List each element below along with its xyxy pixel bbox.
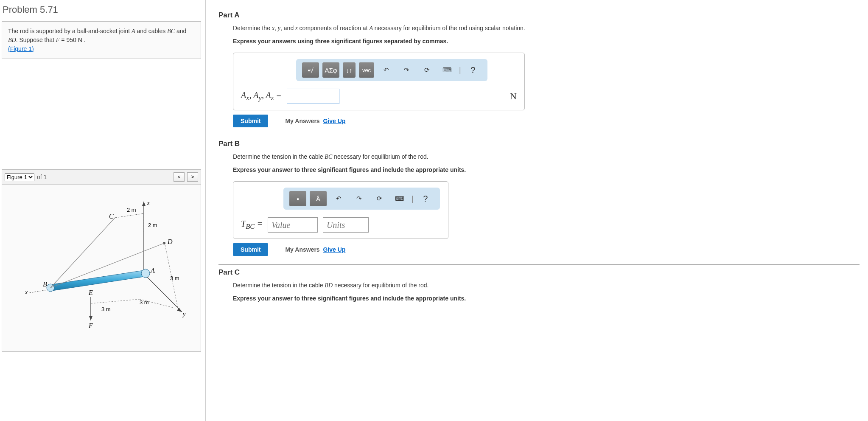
part-b-toolbar: ▪ Å ↶ ↷ ⟳ ⌨ | ? [283,188,440,210]
part-b-question: Determine the tension in the cable BC ne… [233,152,860,161]
part-b: Part B Determine the tension in the cabl… [218,136,860,256]
text: The rod is supported by a ball-and-socke… [8,28,132,34]
svg-text:2 m: 2 m [127,207,136,213]
part-a-question: Determine the x, y, and z components of … [233,24,860,33]
problem-title: Problem 5.71 [3,4,201,15]
figure-svg: z y x A B C 2 m [17,193,186,342]
svg-marker-8 [50,270,146,291]
part-c-question: Determine the tension in the cable BD ne… [233,281,860,290]
svg-text:B: B [43,281,47,288]
part-b-title: Part B [218,140,860,148]
svg-marker-4 [177,308,182,312]
part-c-title: Part C [218,268,860,277]
reset-button[interactable]: ⟳ [418,62,435,78]
give-up-link[interactable]: Give Up [323,118,345,124]
part-b-eq-label: TBC = [241,219,263,231]
undo-button[interactable]: ↶ [378,62,395,78]
help-button[interactable]: ? [465,62,482,78]
part-c: Part C Determine the tension in the cabl… [218,264,860,303]
text: and cables [135,28,168,34]
template-button[interactable]: ▪√ [302,62,319,78]
template-button[interactable]: ▪ [289,191,306,206]
sym-bd: BD [8,37,16,43]
svg-line-14 [115,213,144,218]
text: = 950 N . [59,36,85,43]
part-a-eq-label: Ax, Ay, Az = [241,90,282,102]
part-a: Part A Determine the x, y, and z compone… [218,8,860,127]
units-tool-button[interactable]: Å [310,191,327,206]
svg-marker-1 [142,202,146,206]
part-c-instruction: Express your answer to three significant… [233,294,860,303]
figure-panel: Figure 1 of 1 < > z y x [2,169,201,352]
figure-count: of 1 [37,174,47,180]
redo-button[interactable]: ↷ [398,62,415,78]
keyboard-button[interactable]: ⌨ [391,191,408,206]
vec-button[interactable]: vec [359,62,374,78]
part-b-answer-box: ▪ Å ↶ ↷ ⟳ ⌨ | ? TBC = [233,181,448,239]
svg-point-9 [141,269,150,278]
part-b-instruction: Express your answer to three significant… [233,166,860,174]
part-b-value-input[interactable] [268,217,318,233]
svg-text:2 m: 2 m [148,222,157,228]
part-a-answer-box: ▪√ ΑΣφ ↓↑ vec ↶ ↷ ⟳ ⌨ | ? Ax, Ay, Az = [233,53,525,110]
svg-text:y: y [182,311,186,317]
part-b-submit-button[interactable]: Submit [233,243,268,256]
part-a-unit: N [510,91,517,102]
reset-button[interactable]: ⟳ [371,191,388,206]
sym-a: A [132,28,135,34]
my-answers-link[interactable]: My Answers [285,246,319,253]
greek-button[interactable]: ΑΣφ [322,62,339,78]
text: and [175,28,186,34]
give-up-link[interactable]: Give Up [323,246,345,253]
svg-text:z: z [147,200,150,206]
figure-select[interactable]: Figure 1 [5,173,34,181]
problem-statement: The rod is supported by a ball-and-socke… [2,21,201,59]
undo-button[interactable]: ↶ [330,191,347,206]
figure-link[interactable]: (Figure 1) [8,45,34,52]
svg-text:3 m: 3 m [140,299,149,306]
svg-text:E: E [88,289,93,296]
svg-text:C: C [109,213,114,220]
svg-text:3 m: 3 m [170,275,179,281]
keyboard-button[interactable]: ⌨ [439,62,456,78]
part-a-instruction: Express your answers using three signifi… [233,37,860,46]
figure-body: z y x A B C 2 m [2,185,201,351]
text: . Suppose that [16,36,56,43]
svg-marker-26 [89,316,92,320]
my-answers-link[interactable]: My Answers [285,118,319,124]
part-a-toolbar: ▪√ ΑΣφ ↓↑ vec ↶ ↷ ⟳ ⌨ | ? [296,59,487,81]
redo-button[interactable]: ↷ [350,191,367,206]
figure-next-button[interactable]: > [187,172,198,182]
part-a-title: Part A [218,11,860,20]
updown-button[interactable]: ↓↑ [343,62,356,78]
help-button[interactable]: ? [417,191,434,206]
part-a-input[interactable] [287,89,339,104]
figure-prev-button[interactable]: < [174,172,185,182]
svg-text:D: D [167,238,173,245]
svg-text:x: x [25,289,28,295]
svg-text:A: A [150,267,155,274]
figure-header: Figure 1 of 1 < > [2,170,201,185]
sym-bc: BC [167,28,175,34]
svg-text:3 m: 3 m [101,306,111,312]
part-a-submit-button[interactable]: Submit [233,115,268,127]
svg-line-28 [91,299,140,303]
svg-text:F: F [88,322,93,329]
part-b-units-input[interactable] [323,217,369,233]
